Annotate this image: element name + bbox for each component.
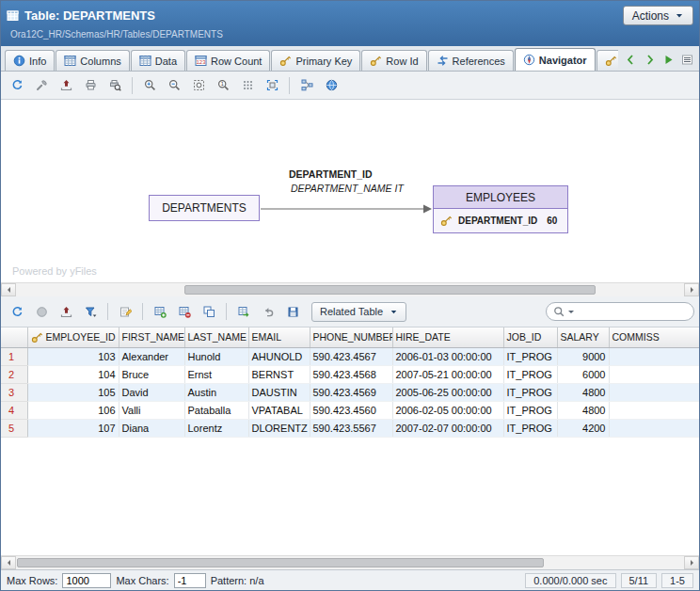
column-header-first_name[interactable]: FIRST_NAME: [119, 327, 184, 347]
undo-button[interactable]: [257, 301, 279, 323]
cell[interactable]: IT_PROG: [503, 419, 557, 437]
grid-hscrollbar[interactable]: [1, 555, 699, 569]
column-header-employee_id[interactable]: EMPLOYEE_ID: [27, 327, 119, 347]
node-employees[interactable]: EMPLOYEES DEPARTMENT_ID 60: [433, 185, 568, 233]
zoom-out-button[interactable]: [163, 74, 185, 96]
cell[interactable]: 103: [27, 347, 119, 365]
tab-grants[interactable]: Grants: [597, 50, 618, 71]
menu-button[interactable]: [678, 51, 695, 68]
wrench-button[interactable]: [30, 74, 53, 96]
tab-references[interactable]: References: [428, 50, 514, 71]
row-number[interactable]: 2: [1, 365, 27, 383]
cell[interactable]: 2007-05-21 00:00:00: [392, 365, 503, 383]
cell[interactable]: 105: [27, 383, 119, 401]
column-header-commiss[interactable]: COMMISS: [609, 327, 699, 347]
cell[interactable]: [609, 401, 699, 419]
cell[interactable]: DLORENTZ: [248, 419, 310, 437]
cell[interactable]: 590.423.4567: [310, 347, 392, 365]
form-edit-button[interactable]: [114, 301, 136, 323]
cell[interactable]: IT_PROG: [503, 383, 557, 401]
max-rows-input[interactable]: [62, 573, 111, 588]
cell[interactable]: VPATABAL: [248, 401, 310, 419]
row-number[interactable]: 3: [1, 383, 27, 401]
print-button[interactable]: [79, 74, 102, 96]
export-button[interactable]: [55, 301, 77, 323]
print-preview-button[interactable]: [103, 74, 126, 96]
duplicate-row-button[interactable]: [198, 301, 220, 323]
actions-button[interactable]: Actions: [623, 6, 693, 25]
cell[interactable]: 104: [27, 365, 119, 383]
row-number[interactable]: 5: [1, 419, 27, 437]
scroll-right-button[interactable]: [684, 556, 699, 569]
cell[interactable]: IT_PROG: [503, 365, 557, 383]
cell[interactable]: IT_PROG: [503, 401, 557, 419]
cell[interactable]: Alexander: [119, 347, 184, 365]
cell[interactable]: 2007-02-07 00:00:00: [392, 419, 503, 437]
insert-row-button[interactable]: [149, 301, 171, 323]
max-chars-input[interactable]: [174, 573, 206, 588]
cell[interactable]: [609, 365, 699, 383]
cell[interactable]: BERNST: [248, 365, 310, 383]
zoom-fit-button[interactable]: [261, 74, 283, 96]
cell[interactable]: Austin: [184, 383, 248, 401]
grid-search-input[interactable]: [577, 306, 687, 317]
cell[interactable]: 106: [27, 401, 119, 419]
scroll-left-button[interactable]: [1, 556, 16, 569]
cell[interactable]: 2006-02-05 00:00:00: [392, 401, 503, 419]
cell[interactable]: Lorentz: [184, 419, 248, 437]
graph-button[interactable]: [295, 74, 318, 96]
related-table-dropdown[interactable]: Related Table: [311, 302, 406, 322]
row-number[interactable]: 1: [1, 347, 27, 365]
tab-navigator[interactable]: Navigator: [515, 48, 596, 71]
cell[interactable]: 590.423.4569: [310, 383, 392, 401]
cell[interactable]: [609, 347, 699, 365]
delete-row-button[interactable]: [173, 301, 196, 323]
zoom-actual-button[interactable]: 1: [212, 74, 234, 96]
save-button[interactable]: [281, 301, 304, 323]
column-header-hire_date[interactable]: HIRE_DATE: [392, 327, 503, 347]
cell[interactable]: [609, 419, 699, 437]
diagram-scroll-thumb[interactable]: [184, 285, 596, 295]
grid-search-box[interactable]: [546, 302, 694, 321]
cell[interactable]: David: [119, 383, 184, 401]
stop-button[interactable]: [30, 301, 53, 323]
grid-corner-cell[interactable]: [1, 327, 27, 347]
cell[interactable]: 107: [27, 419, 119, 437]
grid-export-button[interactable]: [232, 301, 255, 323]
refresh-button[interactable]: [6, 74, 28, 96]
cell[interactable]: DAUSTIN: [248, 383, 310, 401]
scroll-left-button[interactable]: [1, 283, 16, 296]
refresh-button[interactable]: [6, 301, 28, 323]
tab-row-count[interactable]: 123Row Count: [186, 50, 270, 71]
column-header-email[interactable]: EMAIL: [248, 327, 310, 347]
column-header-last_name[interactable]: LAST_NAME: [184, 327, 248, 347]
search-options-caret-icon[interactable]: [568, 311, 574, 316]
tab-primary-key[interactable]: Primary Key: [271, 50, 360, 71]
tab-row-id[interactable]: Row Id: [361, 50, 426, 71]
filter-button[interactable]: [79, 301, 102, 323]
cell[interactable]: IT_PROG: [503, 347, 557, 365]
cell[interactable]: Valli: [119, 401, 184, 419]
play-button[interactable]: [660, 51, 676, 68]
cell[interactable]: Pataballa: [184, 401, 248, 419]
node-departments[interactable]: DEPARTMENTS: [149, 195, 260, 221]
cell[interactable]: Bruce: [119, 365, 184, 383]
cell[interactable]: Hunold: [184, 347, 248, 365]
column-header-phone_number[interactable]: PHONE_NUMBER: [310, 327, 392, 347]
cell[interactable]: AHUNOLD: [248, 347, 310, 365]
cell[interactable]: 4200: [557, 419, 609, 437]
cell[interactable]: 590.423.4560: [310, 401, 392, 419]
cell[interactable]: 2006-01-03 00:00:00: [392, 347, 503, 365]
cell[interactable]: 9000: [557, 347, 609, 365]
cell[interactable]: 590.423.5567: [310, 419, 392, 437]
zoom-marquee-button[interactable]: [187, 74, 210, 96]
cell[interactable]: Diana: [119, 419, 184, 437]
cell[interactable]: 2005-06-25 00:00:00: [392, 383, 503, 401]
globe-button[interactable]: [320, 74, 342, 96]
column-header-salary[interactable]: SALARY: [557, 327, 609, 347]
dots-button[interactable]: [236, 74, 259, 96]
scroll-right-button[interactable]: [684, 283, 699, 296]
cell[interactable]: 6000: [557, 365, 609, 383]
grid-scroll-thumb[interactable]: [17, 558, 544, 567]
cell[interactable]: Ernst: [184, 365, 248, 383]
